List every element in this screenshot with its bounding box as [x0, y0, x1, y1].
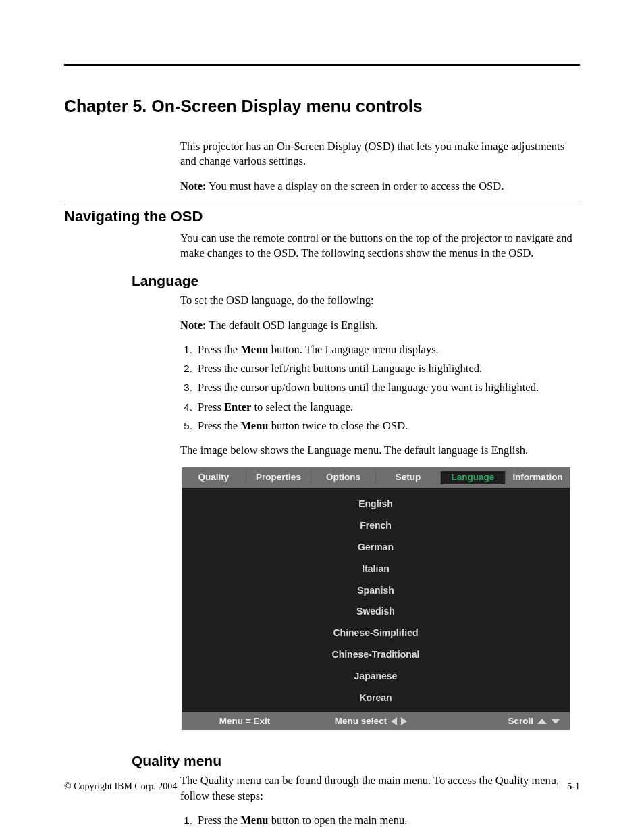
nav-paragraph: You can use the remote control or the bu…	[180, 231, 580, 261]
osd-tabs: Quality Properties Options Setup Languag…	[182, 467, 570, 488]
note-label: Note:	[180, 319, 206, 332]
osd-body: English French German Italian Spanish Sw…	[182, 488, 570, 712]
osd-item-italian[interactable]: Italian	[182, 558, 570, 579]
chapter-title: Chapter 5. On-Screen Display menu contro…	[64, 97, 580, 116]
osd-item-chinese-traditional[interactable]: Chinese-Traditional	[182, 644, 570, 666]
osd-footer: Menu = Exit Menu select Scroll	[182, 712, 570, 730]
osd-tab-properties[interactable]: Properties	[246, 471, 311, 484]
osd-footer-select: Menu select	[308, 715, 434, 727]
triangle-down-icon	[551, 719, 560, 724]
subsection-language: Language	[132, 273, 580, 289]
osd-item-chinese-simplified[interactable]: Chinese-Simplified	[182, 623, 570, 644]
step-5: Press the Menu button twice to close the…	[195, 419, 580, 434]
osd-tab-quality[interactable]: Quality	[182, 471, 246, 484]
copyright: © Copyright IBM Corp. 2004	[64, 781, 177, 792]
language-intro: To set the OSD language, do the followin…	[180, 293, 580, 308]
osd-item-french[interactable]: French	[182, 515, 570, 536]
language-caption: The image below shows the Language menu.…	[180, 443, 580, 458]
osd-footer-exit: Menu = Exit	[182, 715, 308, 727]
osd-tab-information[interactable]: Information	[506, 471, 570, 484]
osd-item-spanish[interactable]: Spanish	[182, 579, 570, 601]
osd-footer-scroll: Scroll	[434, 715, 570, 727]
language-steps: Press the Menu button. The Language menu…	[180, 342, 580, 434]
osd-menu: Quality Properties Options Setup Languag…	[182, 467, 570, 730]
triangle-right-icon	[401, 717, 407, 725]
step-2: Press the cursor left/right buttons unti…	[195, 361, 580, 376]
note-text: You must have a display on the screen in…	[206, 180, 504, 192]
language-note: Note: The default OSD language is Englis…	[180, 318, 580, 333]
note-label: Note:	[180, 180, 206, 192]
step-4: Press Enter to select the language.	[195, 400, 580, 415]
osd-tab-language[interactable]: Language	[441, 471, 506, 484]
osd-item-korean[interactable]: Korean	[182, 687, 570, 708]
section-rule	[64, 205, 580, 205]
quality-steps: Press the Menu button to open the main m…	[180, 813, 580, 834]
osd-item-japanese[interactable]: Japanese	[182, 666, 570, 687]
page-footer: © Copyright IBM Corp. 2004 5-1	[64, 781, 580, 792]
section-navigating: Navigating the OSD	[64, 208, 580, 226]
step-1: Press the Menu button to open the main m…	[195, 813, 580, 828]
page-number: 5-1	[567, 781, 580, 792]
intro-note: Note: You must have a display on the scr…	[180, 179, 580, 194]
osd-item-english[interactable]: English	[182, 493, 570, 515]
step-1: Press the Menu button. The Language menu…	[195, 342, 580, 357]
triangle-up-icon	[537, 719, 547, 724]
osd-item-german[interactable]: German	[182, 536, 570, 558]
osd-tab-setup[interactable]: Setup	[376, 471, 441, 484]
osd-item-swedish[interactable]: Swedish	[182, 601, 570, 623]
subsection-quality: Quality menu	[132, 753, 580, 769]
step-3: Press the cursor up/down buttons until t…	[195, 380, 580, 395]
triangle-left-icon	[391, 717, 397, 725]
osd-tab-options[interactable]: Options	[311, 471, 376, 484]
note-text: The default OSD language is English.	[206, 319, 377, 332]
top-rule	[64, 64, 580, 66]
intro-paragraph: This projector has an On-Screen Display …	[180, 139, 580, 170]
